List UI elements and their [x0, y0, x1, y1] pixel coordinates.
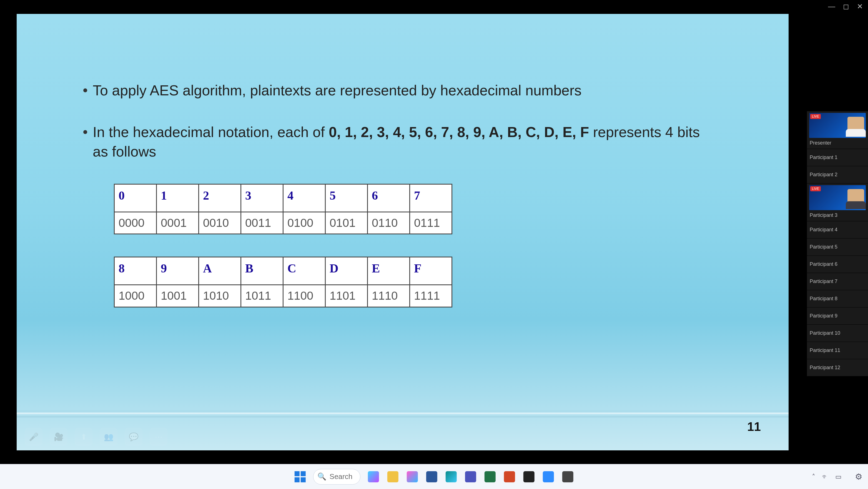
participant-name: Participant 4: [809, 226, 866, 234]
participant-name: Participant 9: [809, 312, 866, 320]
slide-bullet-1: To apply AES algorithm, plaintexts are r…: [83, 81, 716, 100]
zoom-icon[interactable]: [541, 469, 556, 484]
participant-tile[interactable]: LIVEParticipant 3: [807, 183, 868, 221]
participant-name: Presenter: [809, 139, 866, 147]
file-explorer-icon-glyph: [388, 471, 399, 482]
participant-tile[interactable]: Participant 11: [807, 342, 868, 359]
participant-video: LIVE: [809, 113, 866, 138]
teams-icon[interactable]: [463, 469, 478, 484]
participants-button[interactable]: 👥: [100, 428, 117, 445]
minimize-button[interactable]: —: [828, 2, 835, 11]
shared-slide: To apply AES algorithm, plaintexts are r…: [17, 14, 788, 450]
settings-app-icon-glyph: [562, 471, 574, 482]
mute-button[interactable]: 🎤: [25, 428, 42, 445]
hex-table-2: 8 9 A B C D E F 1000 1001 1010 1011: [114, 257, 452, 308]
hex-header-cell: 2: [199, 184, 241, 212]
participant-name: Participant 12: [809, 364, 866, 372]
slide-bullet-2-text: In the hexadecimal notation, each of 0, …: [93, 122, 716, 161]
hex-value-cell: 1000: [115, 285, 157, 307]
participant-name: Participant 5: [809, 243, 866, 251]
participant-tile[interactable]: Participant 7: [807, 273, 868, 290]
slide-bullet-2: In the hexadecimal notation, each of 0, …: [83, 122, 716, 161]
windows-logo-icon: [294, 471, 306, 482]
powerpoint-icon[interactable]: [502, 469, 517, 484]
copilot-icon-glyph: [368, 471, 379, 482]
table-row: 0 1 2 3 4 5 6 7: [115, 184, 452, 212]
avatar: [847, 117, 864, 137]
close-button[interactable]: ✕: [857, 2, 863, 11]
widgets-icon[interactable]: [405, 469, 420, 484]
participant-tile[interactable]: Participant 12: [807, 359, 868, 376]
participant-name: Participant 8: [809, 295, 866, 303]
table-row: 0000 0001 0010 0011 0100 0101 0110 0111: [115, 212, 452, 234]
hex-header-cell: 4: [283, 184, 326, 212]
participant-tile[interactable]: Participant 4: [807, 221, 868, 238]
live-badge: LIVE: [810, 114, 821, 119]
hex-value-cell: 1010: [199, 285, 241, 307]
taskbar-apps: [366, 469, 575, 484]
maximize-button[interactable]: ◻: [843, 2, 849, 11]
participant-tile[interactable]: Participant 1: [807, 149, 868, 166]
participant-name: Participant 10: [809, 329, 866, 337]
taskbar-search[interactable]: 🔍 Search: [313, 469, 361, 485]
hex-header-cell: B: [241, 257, 283, 285]
hex-value-cell: 1100: [283, 285, 326, 307]
hex-value-cell: 0010: [199, 212, 241, 234]
start-button[interactable]: [293, 469, 308, 484]
hex-header-cell: A: [199, 257, 241, 285]
participant-tile[interactable]: Participant 10: [807, 325, 868, 342]
hex-value-cell: 0001: [157, 212, 199, 234]
word-icon[interactable]: [424, 469, 439, 484]
hex-value-cell: 0111: [410, 212, 452, 234]
window-controls: — ◻ ✕: [828, 2, 863, 11]
tray-wifi-icon[interactable]: ᯤ: [822, 473, 829, 481]
tray-battery-icon[interactable]: ▭: [835, 473, 842, 481]
video-button[interactable]: 🎥: [50, 428, 67, 445]
participants-panel[interactable]: LIVEPresenterParticipant 1Participant 2L…: [807, 111, 868, 376]
zoom-icon-glyph: [543, 471, 554, 482]
tray-chevron-icon[interactable]: ˄: [812, 473, 815, 481]
edge-icon[interactable]: [444, 469, 459, 484]
settings-app-icon[interactable]: [560, 469, 575, 484]
participant-name: Participant 3: [809, 211, 866, 219]
hex-header-cell: F: [410, 257, 452, 285]
tray-settings-icon[interactable]: ⚙: [855, 472, 863, 482]
powerpoint-icon-glyph: [504, 471, 515, 482]
chat-button[interactable]: 💬: [125, 428, 142, 445]
app-dark-icon[interactable]: [522, 469, 536, 484]
hex-value-cell: 0000: [115, 212, 157, 234]
hex-header-cell: 6: [368, 184, 410, 212]
hex-value-cell: 1011: [241, 285, 283, 307]
hex-header-cell: 5: [326, 184, 368, 212]
participant-tile[interactable]: Participant 9: [807, 308, 868, 325]
participant-name: Participant 11: [809, 346, 866, 354]
hex-header-cell: 0: [115, 184, 157, 212]
hex-value-cell: 1111: [410, 285, 452, 307]
slide-bullet-1-text: To apply AES algorithm, plaintexts are r…: [93, 81, 582, 100]
app-dark-icon-glyph: [523, 471, 534, 482]
copilot-icon[interactable]: [366, 469, 381, 484]
participant-tile[interactable]: Participant 5: [807, 238, 868, 256]
participant-tile[interactable]: Participant 2: [807, 166, 868, 183]
hex-header-cell: D: [326, 257, 368, 285]
hex-value-cell: 1101: [326, 285, 368, 307]
participant-tile[interactable]: LIVEPresenter: [807, 111, 868, 149]
hex-header-cell: 8: [115, 257, 157, 285]
hex-header-cell: 9: [157, 257, 199, 285]
meeting-controls: 🎤 🎥 ⬆ 👥 💬 ⋯: [25, 428, 167, 445]
share-button[interactable]: ⬆: [75, 428, 92, 445]
participant-tile[interactable]: Participant 8: [807, 290, 868, 308]
hex-value-cell: 0101: [326, 212, 368, 234]
hex-table-1: 0 1 2 3 4 5 6 7 0000 0001 0010 0011: [114, 184, 452, 235]
slide-horizon-decoration: [17, 412, 788, 414]
hex-value-cell: 0110: [368, 212, 410, 234]
word-icon-glyph: [426, 471, 437, 482]
taskbar: 🔍 Search ˄ ᯤ ▭ ⚙: [0, 464, 868, 489]
file-explorer-icon[interactable]: [385, 469, 400, 484]
hex-value-cell: 0011: [241, 212, 283, 234]
hex-header-cell: C: [283, 257, 326, 285]
participant-tile[interactable]: Participant 6: [807, 256, 868, 273]
excel-icon[interactable]: [483, 469, 498, 484]
slide-content: To apply AES algorithm, plaintexts are r…: [83, 81, 716, 330]
more-button[interactable]: ⋯: [150, 428, 167, 445]
